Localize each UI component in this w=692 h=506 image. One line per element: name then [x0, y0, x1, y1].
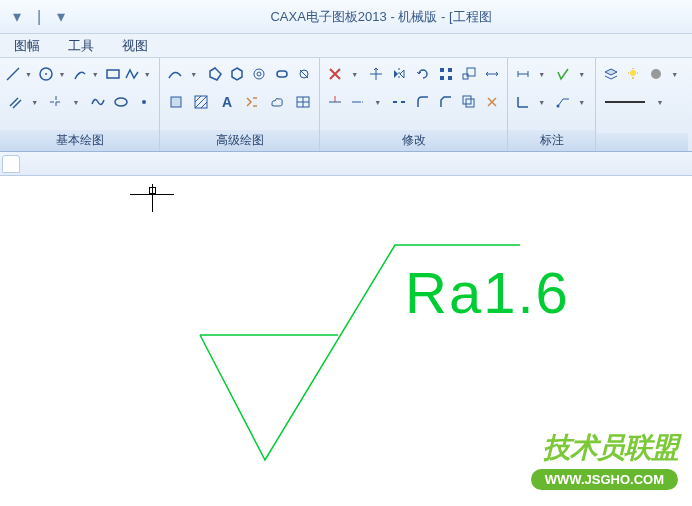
svg-line-21 [201, 102, 207, 108]
dropdown-icon[interactable]: ▼ [56, 61, 70, 87]
drawing-canvas[interactable]: Ra1.6 技术员联盟 WWW.JSGHO.COM [0, 176, 692, 506]
qat-separator: | [30, 8, 48, 26]
offset-icon[interactable] [458, 89, 480, 115]
dropdown-icon[interactable]: ▼ [534, 89, 551, 115]
panel-basic-draw: ▼ ▼ ▼ ▼ ▼ ▼ 基本绘图 [0, 58, 160, 151]
hole-icon[interactable] [294, 61, 315, 87]
gear-icon[interactable] [249, 61, 270, 87]
point-tool-icon[interactable] [133, 89, 155, 115]
ribbon: ▼ ▼ ▼ ▼ ▼ ▼ 基本绘图 ▼ [0, 58, 692, 152]
svg-rect-3 [107, 70, 119, 78]
fillet-icon[interactable] [411, 89, 433, 115]
dropdown-icon[interactable]: ▼ [89, 61, 103, 87]
hatch-icon[interactable] [189, 89, 213, 115]
dropdown-icon[interactable]: ▼ [347, 61, 364, 87]
svg-rect-14 [277, 71, 287, 77]
extend-icon[interactable] [347, 89, 369, 115]
dim-coord-icon[interactable] [512, 89, 533, 115]
menu-sheet[interactable]: 图幅 [0, 37, 54, 55]
watermark: 技术员联盟 WWW.JSGHO.COM [531, 429, 678, 490]
panel-advanced-draw: ▼ A 高级绘图 [160, 58, 320, 151]
hexagon-icon[interactable] [226, 61, 247, 87]
circle-tool-icon[interactable] [37, 61, 55, 87]
watermark-url: WWW.JSGHO.COM [531, 469, 678, 490]
chamfer-icon[interactable] [435, 89, 457, 115]
menu-tools[interactable]: 工具 [54, 37, 108, 55]
svg-text:A: A [222, 94, 232, 110]
trim-icon[interactable] [324, 89, 346, 115]
ellipse-tool-icon[interactable] [110, 89, 132, 115]
spline-tool-icon[interactable] [86, 89, 108, 115]
qat-dropdown-icon[interactable]: ▾ [8, 8, 26, 26]
quick-access-toolbar: ▾ | ▾ [0, 8, 70, 26]
polygon-icon[interactable] [204, 61, 225, 87]
move-icon[interactable] [365, 61, 387, 87]
table-icon[interactable] [291, 89, 315, 115]
erase-icon[interactable] [324, 61, 346, 87]
svg-rect-39 [463, 96, 471, 104]
svg-point-13 [257, 72, 261, 76]
array-icon[interactable] [435, 61, 457, 87]
formula-icon[interactable] [240, 89, 264, 115]
mirror-icon[interactable] [388, 61, 410, 87]
layer-icon[interactable] [600, 61, 621, 87]
svg-rect-28 [448, 68, 452, 72]
spline2-icon[interactable] [164, 61, 185, 87]
panel-dimension: ▼ ▼ ▼ ▼ 标注 [508, 58, 596, 151]
rotate-icon[interactable] [411, 61, 433, 87]
svg-line-20 [195, 96, 207, 108]
dropdown-icon[interactable]: ▼ [186, 61, 202, 87]
linetype-icon[interactable] [600, 89, 650, 115]
dropdown-icon[interactable]: ▼ [651, 89, 671, 115]
svg-rect-27 [440, 68, 444, 72]
dropdown-icon[interactable]: ▼ [23, 61, 37, 87]
arc-tool-icon[interactable] [71, 61, 89, 87]
rect-tool-icon[interactable] [104, 61, 122, 87]
dropdown-icon[interactable]: ▼ [574, 61, 591, 87]
qat-expand-icon[interactable]: ▾ [52, 8, 70, 26]
block-icon[interactable] [164, 89, 188, 115]
title-bar: ▾ | ▾ CAXA电子图板2013 - 机械版 - [工程图 [0, 0, 692, 34]
dropdown-icon[interactable]: ▼ [667, 61, 684, 87]
dropdown-icon[interactable]: ▼ [574, 89, 591, 115]
dropdown-icon[interactable]: ▼ [141, 61, 155, 87]
stretch-icon[interactable] [481, 61, 503, 87]
scale-icon[interactable] [458, 61, 480, 87]
panel-modify: ▼ ▼ 修改 [320, 58, 508, 151]
watermark-text: 技术员联盟 [531, 429, 678, 467]
dropdown-icon[interactable]: ▼ [68, 89, 85, 115]
surface-finish-icon[interactable] [552, 61, 573, 87]
dropdown-icon[interactable]: ▼ [370, 89, 387, 115]
input-tab[interactable] [2, 155, 20, 173]
panel-label: 标注 [508, 130, 595, 151]
svg-point-44 [556, 105, 559, 108]
svg-marker-10 [210, 68, 221, 80]
dim-icon2[interactable] [645, 61, 666, 87]
svg-point-2 [45, 73, 47, 75]
slot-icon[interactable] [271, 61, 292, 87]
menu-bar: 图幅 工具 视图 [0, 34, 692, 58]
cloud-icon[interactable] [265, 89, 289, 115]
light-icon[interactable] [622, 61, 643, 87]
dropdown-icon[interactable]: ▼ [534, 61, 551, 87]
panel-label: 修改 [320, 130, 507, 151]
polyline-tool-icon[interactable] [123, 61, 141, 87]
leader-icon[interactable] [552, 89, 573, 115]
svg-point-46 [651, 69, 661, 79]
centerline-tool-icon[interactable] [45, 89, 67, 115]
svg-point-9 [142, 100, 146, 104]
panel-label [596, 133, 688, 151]
svg-rect-40 [466, 99, 474, 107]
explode-icon[interactable] [481, 89, 503, 115]
panel-label: 高级绘图 [160, 130, 319, 151]
svg-rect-29 [440, 76, 444, 80]
menu-view[interactable]: 视图 [108, 37, 162, 55]
break-icon[interactable] [388, 89, 410, 115]
line-tool-icon[interactable] [4, 61, 22, 87]
surface-value: Ra1.6 [405, 260, 570, 325]
parallel-tool-icon[interactable] [4, 89, 26, 115]
svg-point-12 [254, 69, 264, 79]
dim-linear-icon[interactable] [512, 61, 533, 87]
dropdown-icon[interactable]: ▼ [27, 89, 44, 115]
text-icon[interactable]: A [215, 89, 239, 115]
